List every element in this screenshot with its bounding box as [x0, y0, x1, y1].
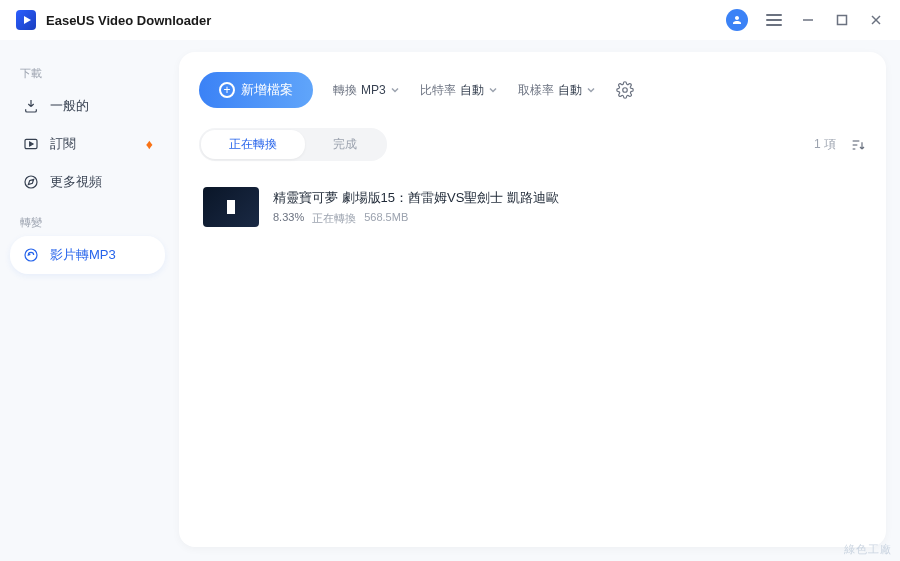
app-title: EaseUS Video Downloader — [46, 13, 211, 28]
fire-icon: ♦ — [146, 136, 153, 152]
item-size: 568.5MB — [364, 211, 408, 226]
item-count: 1 項 — [814, 136, 836, 153]
svg-rect-1 — [838, 16, 847, 25]
chevron-down-icon — [488, 85, 498, 95]
convert-format-dropdown[interactable]: 轉換MP3 — [333, 82, 400, 99]
watermark: 綠色工廠 — [844, 542, 892, 557]
minimize-button[interactable] — [800, 12, 816, 28]
video-thumbnail — [203, 187, 259, 227]
chevron-down-icon — [390, 85, 400, 95]
svg-point-6 — [25, 249, 37, 261]
window-controls — [726, 9, 884, 31]
bitrate-dropdown[interactable]: 比特率自動 — [420, 82, 498, 99]
app-logo-icon — [16, 10, 36, 30]
sidebar-item-subscribe[interactable]: 訂閱 ♦ — [10, 125, 165, 163]
sidebar-item-more-videos[interactable]: 更多視頻 — [10, 163, 165, 201]
settings-button[interactable] — [616, 81, 634, 99]
menu-icon[interactable] — [766, 14, 782, 26]
tab-converting[interactable]: 正在轉換 — [201, 130, 305, 159]
sidebar-item-label: 訂閱 — [50, 135, 76, 153]
sidebar-item-video-to-mp3[interactable]: 影片轉MP3 — [10, 236, 165, 274]
add-button-label: 新增檔案 — [241, 81, 293, 99]
sidebar-item-label: 一般的 — [50, 97, 89, 115]
svg-point-7 — [622, 88, 627, 93]
sort-button[interactable] — [850, 137, 866, 153]
chevron-down-icon — [586, 85, 596, 95]
sidebar: 下載 一般的 訂閱 ♦ 更多視頻 轉變 影片轉MP3 — [0, 40, 175, 561]
conversion-list: 精靈寶可夢 劇場版15：酋雷姆VS聖劍士 凱路迪歐 8.33% 正在轉換 568… — [199, 179, 866, 235]
tab-completed[interactable]: 完成 — [305, 130, 385, 159]
play-box-icon — [22, 135, 40, 153]
add-file-button[interactable]: + 新增檔案 — [199, 72, 313, 108]
samplerate-dropdown[interactable]: 取樣率自動 — [518, 82, 596, 99]
titlebar: EaseUS Video Downloader — [0, 0, 900, 40]
sidebar-section-convert: 轉變 — [10, 209, 165, 236]
item-percent: 8.33% — [273, 211, 304, 226]
download-icon — [22, 97, 40, 115]
item-title: 精靈寶可夢 劇場版15：酋雷姆VS聖劍士 凱路迪歐 — [273, 189, 862, 207]
convert-icon — [22, 246, 40, 264]
toolbar: + 新增檔案 轉換MP3 比特率自動 取樣率自動 — [199, 68, 866, 120]
tabs: 正在轉換 完成 — [199, 128, 387, 161]
maximize-button[interactable] — [834, 12, 850, 28]
sidebar-item-label: 影片轉MP3 — [50, 246, 116, 264]
sidebar-item-label: 更多視頻 — [50, 173, 102, 191]
sidebar-item-general[interactable]: 一般的 — [10, 87, 165, 125]
plus-circle-icon: + — [219, 82, 235, 98]
user-account-icon[interactable] — [726, 9, 748, 31]
svg-point-5 — [25, 176, 37, 188]
list-item[interactable]: 精靈寶可夢 劇場版15：酋雷姆VS聖劍士 凱路迪歐 8.33% 正在轉換 568… — [199, 179, 866, 235]
item-status: 正在轉換 — [312, 211, 356, 226]
tabs-row: 正在轉換 完成 1 項 — [199, 128, 866, 161]
item-info: 精靈寶可夢 劇場版15：酋雷姆VS聖劍士 凱路迪歐 8.33% 正在轉換 568… — [273, 189, 862, 226]
sidebar-section-download: 下載 — [10, 60, 165, 87]
explore-icon — [22, 173, 40, 191]
main-panel: + 新增檔案 轉換MP3 比特率自動 取樣率自動 — [179, 52, 886, 547]
close-button[interactable] — [868, 12, 884, 28]
